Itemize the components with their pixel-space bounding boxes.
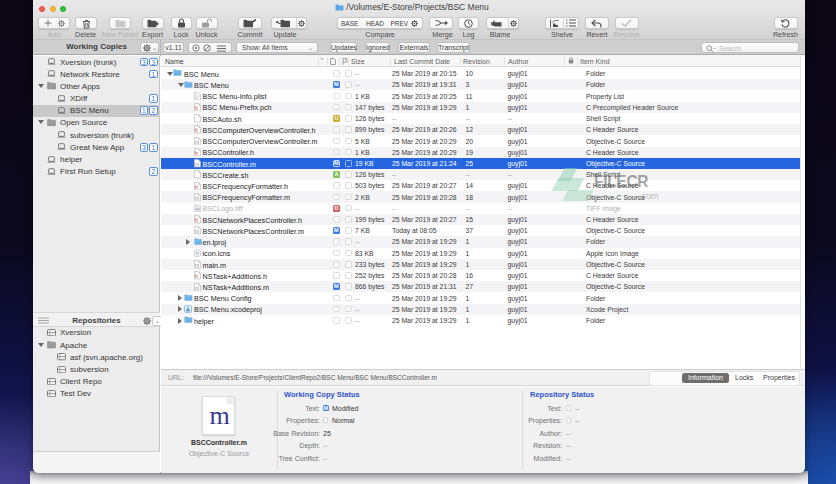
svg-text:m: m xyxy=(195,195,199,201)
svg-text:h: h xyxy=(195,184,198,190)
svg-text:h: h xyxy=(195,217,198,223)
svg-text:h: h xyxy=(195,128,198,134)
svg-text:h: h xyxy=(195,274,198,280)
svg-text:m: m xyxy=(195,161,199,167)
svg-text:h: h xyxy=(195,105,198,111)
svg-text:m: m xyxy=(195,285,199,291)
svg-text:h: h xyxy=(195,150,198,156)
svg-text:m: m xyxy=(195,229,199,235)
svg-text:m: m xyxy=(195,139,199,145)
svg-text:m: m xyxy=(195,262,199,268)
